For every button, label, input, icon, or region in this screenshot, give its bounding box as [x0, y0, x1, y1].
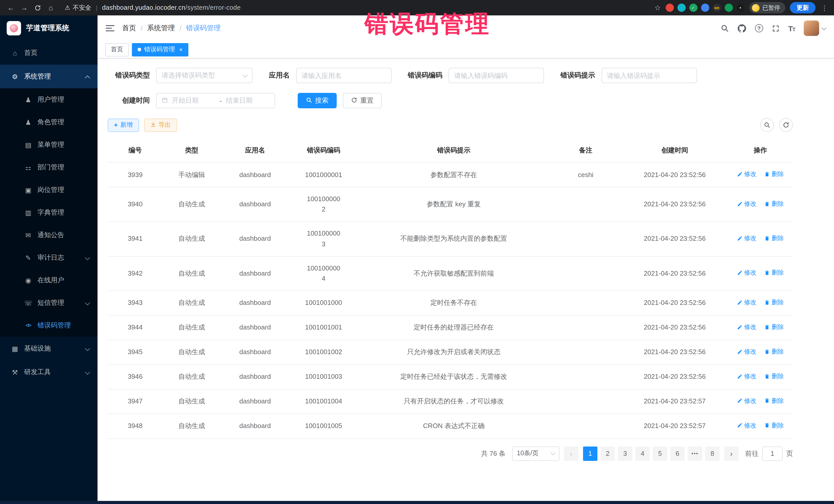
cell-id: 3945 — [108, 340, 163, 365]
teal-drop-extension-icon[interactable] — [677, 4, 685, 12]
help-icon[interactable]: ? — [755, 24, 763, 32]
sidebar-item-menu[interactable]: ▤菜单管理 — [0, 133, 97, 156]
cell-id: 3947 — [108, 389, 163, 414]
error-hint-input[interactable] — [607, 72, 691, 79]
error-type-select[interactable]: 请选择错误码类型 — [156, 68, 253, 83]
sidebar-item-dict[interactable]: ▥字典管理 — [0, 201, 97, 224]
cell-msg: 定时任务不存在 — [358, 291, 550, 315]
sidebar-item-infra[interactable]: ▦基础设施 — [0, 337, 97, 360]
page-size-select[interactable]: 10条/页 — [512, 446, 559, 461]
edit-link[interactable]: 修改 — [737, 421, 756, 430]
sidebar-item-online-user[interactable]: ◉在线用户 — [0, 269, 97, 291]
app-logo-block[interactable]: 芋道管理系统 — [0, 15, 97, 41]
edit-link[interactable]: 修改 — [737, 371, 756, 381]
page-ellipsis[interactable]: ••• — [688, 446, 702, 461]
edit-link[interactable]: 修改 — [737, 268, 756, 278]
address-bar[interactable]: ⚠ 不安全 | dashboard.yudao.iocoder.cn/syste… — [65, 3, 241, 12]
hamburger-icon[interactable] — [106, 25, 114, 32]
sidebar-item-dept[interactable]: ⚏部门管理 — [0, 156, 97, 179]
browser-menu-icon[interactable]: ⋮ — [820, 4, 829, 12]
sidebar-item-notice[interactable]: ✉通知公告 — [0, 224, 97, 246]
red-circle-extension-icon[interactable] — [665, 4, 674, 12]
page-button-5[interactable]: 5 — [653, 446, 667, 461]
pin-extension-icon[interactable]: • — [736, 4, 744, 12]
delete-link[interactable]: 删除 — [765, 371, 784, 381]
sidebar-item-label: 用户管理 — [38, 95, 64, 104]
security-chip[interactable]: ⚠ 不安全 — [65, 3, 91, 12]
edit-pencil-icon — [737, 373, 743, 379]
delete-link[interactable]: 删除 — [765, 396, 784, 406]
page-button-3[interactable]: 3 — [618, 446, 632, 461]
on-badge-extension-icon[interactable]: on — [712, 4, 721, 12]
fullscreen-icon[interactable] — [772, 24, 780, 32]
delete-link[interactable]: 删除 — [765, 234, 784, 243]
reset-button[interactable]: 重置 — [343, 93, 382, 108]
tab-error-code[interactable]: 错误码管理× — [132, 43, 188, 56]
breadcrumb-item[interactable]: 首页 — [122, 24, 136, 33]
delete-link[interactable]: 删除 — [765, 199, 784, 209]
cell-id: 3940 — [108, 187, 163, 222]
date-range-picker[interactable]: 开始日期 - 结束日期 — [156, 93, 275, 108]
font-size-icon[interactable]: TT — [788, 24, 795, 32]
sidebar-item-home[interactable]: ⌂首页 — [0, 41, 97, 65]
show-search-toggle-button[interactable] — [760, 118, 774, 132]
tab-home[interactable]: 首页 — [105, 43, 129, 56]
delete-link[interactable]: 删除 — [765, 169, 784, 179]
column-header: 类型 — [163, 138, 221, 162]
green-leaf-extension-icon[interactable] — [724, 4, 733, 12]
tab-close-icon[interactable]: × — [179, 46, 183, 52]
search-button[interactable]: 搜索 — [298, 93, 337, 108]
delete-link[interactable]: 删除 — [765, 298, 784, 307]
refresh-icon[interactable] — [32, 2, 43, 13]
page-button-1[interactable]: 1 — [583, 446, 597, 461]
prev-page-button[interactable]: ‹ — [564, 446, 578, 461]
breadcrumb-item[interactable]: 系统管理 — [147, 24, 175, 33]
refresh-table-button[interactable] — [779, 118, 793, 132]
sidebar-item-audit-log[interactable]: ✎审计日志 — [0, 246, 97, 269]
sidebar-item-error-code[interactable]: </>错误码管理 — [0, 314, 97, 337]
error-code-input[interactable] — [454, 72, 539, 79]
bookmark-star-icon[interactable]: ☆ — [654, 4, 661, 12]
edit-link[interactable]: 修改 — [737, 234, 756, 243]
page-button-6[interactable]: 6 — [670, 446, 685, 461]
edit-link[interactable]: 修改 — [737, 199, 756, 209]
edit-link[interactable]: 修改 — [737, 322, 756, 332]
delete-link[interactable]: 删除 — [765, 268, 784, 278]
edit-link[interactable]: 修改 — [737, 298, 756, 307]
goto-page-input[interactable] — [762, 446, 783, 461]
edit-link[interactable]: 修改 — [737, 396, 756, 406]
sidebar-item-user[interactable]: ♟用户管理 — [0, 88, 97, 111]
page-button-4[interactable]: 4 — [635, 446, 650, 461]
page-button-8[interactable]: 8 — [705, 446, 720, 461]
add-button[interactable]: + 新增 — [108, 118, 139, 132]
error-type-label: 错误码类型 — [108, 71, 150, 80]
next-page-button[interactable]: › — [724, 446, 739, 461]
sidebar-item-post[interactable]: ▣岗位管理 — [0, 179, 97, 201]
delete-link[interactable]: 删除 — [765, 322, 784, 332]
page-button-2[interactable]: 2 — [600, 446, 615, 461]
edit-link[interactable]: 修改 — [737, 347, 756, 356]
search-icon[interactable] — [720, 24, 728, 32]
user-menu[interactable] — [804, 21, 826, 36]
audit-log-icon: ✎ — [24, 254, 32, 262]
blue-grid-extension-icon[interactable] — [701, 4, 709, 12]
green-check-extension-icon[interactable]: ✓ — [689, 4, 697, 12]
sidebar-item-role[interactable]: ♟角色管理 — [0, 111, 97, 133]
edit-link[interactable]: 修改 — [737, 169, 756, 179]
delete-link[interactable]: 删除 — [765, 421, 784, 430]
github-icon[interactable] — [737, 24, 746, 32]
profile-paused-chip[interactable]: 已暂停 — [749, 2, 785, 13]
home-icon[interactable]: ⌂ — [45, 2, 57, 13]
sidebar-item-devtools[interactable]: ⚒研发工具 — [0, 360, 97, 384]
delete-link[interactable]: 删除 — [765, 347, 784, 356]
export-button[interactable]: 导出 — [144, 118, 177, 132]
browser-update-button[interactable]: 更新 — [790, 2, 815, 13]
forward-icon[interactable]: → — [19, 2, 30, 13]
sidebar-item-sms[interactable]: ☏短信管理 — [0, 291, 97, 314]
devtools-icon: ⚒ — [11, 368, 19, 376]
table-row: 3941自动生成dashboard100100000 3不能删除类型为系统内置的… — [108, 222, 793, 256]
back-icon[interactable]: ← — [5, 2, 17, 13]
browser-right-controls: ☆ ✓on• 已暂停 更新 ⋮ — [654, 2, 829, 13]
app-name-input[interactable] — [302, 72, 386, 79]
sidebar-item-system[interactable]: ⚙系统管理 — [0, 65, 97, 88]
